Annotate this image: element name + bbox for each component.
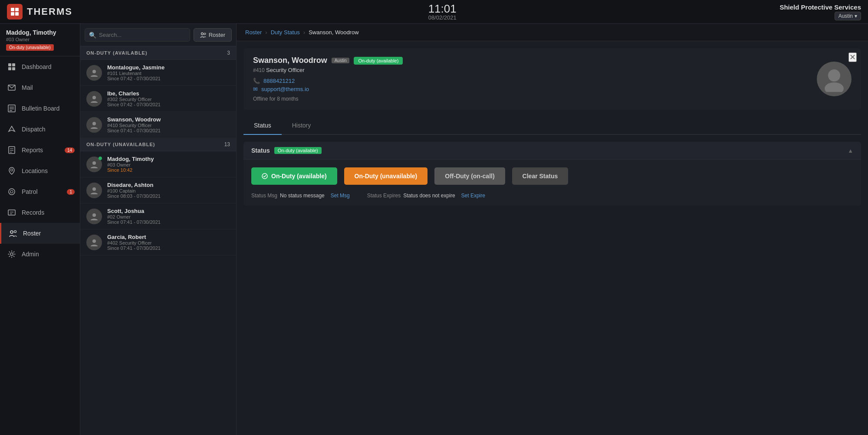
location-label: Austin	[838, 13, 853, 19]
sidebar-item-dispatch[interactable]: Dispatch	[0, 119, 80, 140]
svg-point-19	[10, 190, 13, 193]
reports-badge: 14	[65, 147, 75, 153]
svg-rect-7	[12, 67, 15, 70]
sidebar-item-patrol[interactable]: Patrol 1	[0, 181, 80, 202]
avatar	[86, 209, 102, 224]
person-email[interactable]: support@therms.io	[261, 86, 309, 92]
svg-rect-20	[8, 210, 15, 215]
svg-rect-3	[15, 12, 19, 16]
set-msg-link[interactable]: Set Msg	[331, 193, 350, 199]
sidebar-item-bulletin[interactable]: Bulletin Board	[0, 98, 80, 119]
search-input[interactable]	[85, 28, 190, 42]
sidebar-item-locations[interactable]: Locations	[0, 160, 80, 181]
roster-member-sub: #101 Lieutenant	[107, 71, 230, 76]
status-expires-group: Status Expires Status does not expire Se…	[367, 193, 485, 199]
status-section: Status On-duty (available) ▲ On-Duty (av…	[243, 142, 861, 206]
mail-icon	[7, 83, 16, 92]
sidebar-item-reports[interactable]: Reports 14	[0, 140, 80, 160]
tabs-bar: Status History	[243, 117, 861, 135]
roster-member-since: Since 07:41 - 07/30/2021	[107, 245, 230, 251]
svg-point-29	[92, 96, 96, 99]
sidebar-label-roster: Roster	[23, 230, 41, 237]
locations-icon	[7, 166, 16, 176]
tab-status[interactable]: Status	[243, 117, 282, 135]
set-expire-link[interactable]: Set Expire	[461, 193, 485, 199]
sidebar-label-dashboard: Dashboard	[22, 63, 52, 70]
status-expand-icon[interactable]: ▲	[848, 147, 853, 154]
roster-item-maddog[interactable]: Maddog, Timothy #03 Owner Since 10:42	[80, 151, 236, 177]
breadcrumb-duty-status[interactable]: Duty Status	[271, 29, 300, 36]
breadcrumb-roster[interactable]: Roster	[245, 29, 262, 36]
group-unavailable-count: 13	[224, 141, 230, 147]
svg-point-35	[828, 69, 840, 82]
online-indicator	[99, 157, 102, 160]
sidebar-label-reports: Reports	[22, 147, 43, 154]
roster-item[interactable]: Garcia, Robert #402 Security Officer Sin…	[80, 229, 236, 255]
off-duty-button[interactable]: Off-Duty (on-call)	[434, 167, 505, 185]
search-icon: 🔍	[89, 32, 96, 39]
offline-text: Offline for 8 months	[253, 96, 808, 102]
clear-status-button[interactable]: Clear Status	[512, 167, 569, 185]
topbar-right: Shield Protective Services Austin ▾	[779, 3, 861, 20]
user-panel: Maddog, Timothy #03 Owner On-duty (unava…	[0, 24, 80, 56]
svg-point-25	[10, 253, 13, 255]
roster-member-name: Swanson, Woodrow	[107, 116, 230, 123]
roster-info: Scott, Joshua #02 Owner Since 07:41 - 07…	[107, 208, 230, 225]
svg-point-30	[92, 122, 96, 125]
status-msg-label: Status Msg	[251, 193, 277, 199]
person-info: Swanson, Woodrow Austin On-duty (availab…	[253, 56, 808, 102]
roster-member-sub: #03 Owner	[107, 162, 230, 167]
patrol-icon	[7, 187, 16, 196]
chevron-down-icon: ▾	[855, 13, 857, 19]
search-wrap: 🔍	[85, 28, 190, 42]
topbar-date: 08/02/2021	[428, 14, 457, 21]
roster-item-swanson[interactable]: Swanson, Woodrow #410 Security Officer S…	[80, 112, 236, 138]
sidebar-item-records[interactable]: Records	[0, 202, 80, 223]
roster-panel: 🔍 Roster ON-DUTY (AVAILABLE) 3 Montalogu…	[80, 24, 237, 435]
svg-point-26	[201, 33, 203, 35]
svg-rect-0	[11, 8, 14, 11]
roster-item[interactable]: Scott, Joshua #02 Owner Since 07:41 - 07…	[80, 203, 236, 229]
group-available-count: 3	[227, 50, 230, 56]
roster-member-name: Montalogue, Jasmine	[107, 64, 230, 71]
roster-member-since: Since 07:41 - 07/30/2021	[107, 219, 230, 225]
person-name: Swanson, Woodrow	[253, 56, 327, 65]
person-status-badge: On-duty (available)	[354, 57, 403, 65]
person-avatar-large	[817, 62, 852, 96]
roster-member-sub: #02 Owner	[107, 214, 230, 219]
svg-rect-4	[8, 63, 11, 66]
roster-item[interactable]: Ibe, Charles #302 Security Officer Since…	[80, 86, 236, 112]
location-badge[interactable]: Austin ▾	[835, 12, 861, 20]
roster-member-sub: #302 Security Officer	[107, 97, 230, 102]
svg-point-18	[9, 189, 15, 195]
roster-member-name: Scott, Joshua	[107, 208, 230, 214]
roster-info: Garcia, Robert #402 Security Officer Sin…	[107, 234, 230, 251]
avatar	[86, 65, 102, 81]
roster-item[interactable]: Disedare, Ashton #100 Captain Since 08:0…	[80, 177, 236, 203]
main-layout: Maddog, Timothy #03 Owner On-duty (unava…	[0, 24, 868, 435]
sidebar-item-roster[interactable]: Roster	[0, 223, 80, 244]
sidebar-item-mail[interactable]: Mail	[0, 77, 80, 98]
sidebar-item-admin[interactable]: Admin	[0, 244, 80, 265]
roster-member-name: Maddog, Timothy	[107, 156, 230, 162]
roster-button[interactable]: Roster	[194, 28, 232, 42]
topbar-time: 11:01	[428, 3, 457, 14]
sidebar-item-dashboard[interactable]: Dashboard	[0, 56, 80, 77]
roster-item[interactable]: Montalogue, Jasmine #101 Lieutenant Sinc…	[80, 60, 236, 86]
svg-rect-2	[11, 12, 14, 16]
admin-icon	[7, 249, 16, 259]
roster-info: Montalogue, Jasmine #101 Lieutenant Sinc…	[107, 64, 230, 81]
svg-rect-13	[9, 147, 15, 154]
on-duty-available-button[interactable]: On-Duty (available)	[251, 167, 337, 185]
on-duty-unavailable-button[interactable]: On-Duty (unavailable)	[344, 167, 428, 185]
svg-point-24	[14, 231, 16, 233]
svg-point-23	[10, 231, 13, 233]
close-button[interactable]: ✕	[848, 52, 857, 62]
status-header: Status On-duty (available) ▲	[243, 142, 861, 160]
roster-member-since: Since 07:42 - 07/30/2021	[107, 76, 230, 81]
person-number: #410 Security Officer	[253, 67, 808, 73]
tab-history[interactable]: History	[282, 117, 322, 135]
roster-member-since: Since 10:42	[107, 167, 230, 173]
person-phone[interactable]: 8888421212	[263, 78, 295, 84]
status-expires-value: Status does not expire	[403, 193, 455, 199]
